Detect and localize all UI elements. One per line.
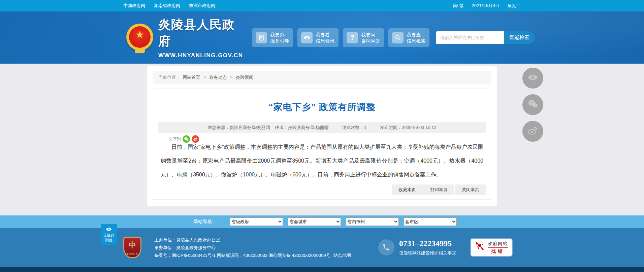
accessibility-label-line2: 浏览 [105, 238, 112, 242]
btn-line2: 信息资讯 [316, 38, 334, 43]
organizer-line: 主办单位：炎陵县人民政府办公室 [154, 236, 351, 244]
meta-author: 炎陵县商务局/杨丽晴 [288, 125, 329, 130]
site-name: 炎陵县人民政府 [158, 16, 243, 49]
contact-phone-note: 仅受理网站建设维护相关事宜 [399, 250, 456, 256]
btn-line1: 我要问 [361, 32, 375, 37]
bookmark-page-button[interactable]: 收藏本页 [392, 184, 423, 195]
wechat-share-button[interactable] [522, 94, 543, 115]
breadcrumb-home[interactable]: 网站首页 [183, 75, 200, 80]
share-row: 分享到 [169, 135, 491, 143]
close-page-button[interactable]: 关闭本页 [455, 184, 486, 195]
meta-views-label: 浏览次数： [342, 125, 364, 130]
breadcrumb: 当前位置： 网站首页 > 政务动态 > 炎陵新闻 [153, 71, 491, 84]
article-card: “家电下乡” 政策有所调整 信息来源：炎陵县商务局/杨丽晴 作者：炎陵县商务局/… [153, 89, 491, 200]
article-meta-bar: 信息来源：炎陵县商务局/杨丽晴 作者：炎陵县商务局/杨丽晴 浏览次数：1 发布时… [158, 122, 486, 133]
phone-icon [378, 239, 394, 256]
meta-author-label: 作者： [275, 125, 288, 130]
search-icon [392, 32, 404, 43]
error-badge-divider [488, 247, 508, 248]
agency-badge-label: 党政机关 [126, 252, 138, 256]
breadcrumb-page[interactable]: 炎陵新闻 [236, 75, 253, 80]
quick-service-buttons: 我要办 服务引导 我要看 信息资讯 ? 我要问 咨询问答 [252, 28, 429, 47]
breadcrumb-separator: > [230, 75, 233, 80]
error-magnifier-icon [475, 241, 485, 254]
breadcrumb-section[interactable]: 政务动态 [209, 75, 227, 80]
btn-service-guide[interactable]: 我要办 服务引导 [252, 28, 293, 47]
footer-contact: 0731–22234995 仅受理网站建设维护相关事宜 [378, 239, 456, 256]
search-input[interactable] [436, 31, 504, 44]
contact-phone: 0731–22234995 [399, 239, 456, 248]
article-actions: 收藏本页 打印本页 关闭本页 [392, 184, 486, 195]
organizer-value: 炎陵县人民政府办公室 [176, 237, 220, 242]
accessibility-eye-button[interactable] [522, 68, 543, 89]
bottom-strip [0, 267, 644, 272]
gov-site-error-report-badge[interactable]: 政府网站 找错 [471, 239, 512, 256]
error-badge-line1: 政府网站 [488, 241, 508, 247]
link-china-gov[interactable]: 中国政府网 [123, 3, 145, 9]
site-header: ★ 炎陵县人民政府 WWW.HNYANLING.GOV.CN 我要办 服务引导 [0, 11, 644, 64]
meta-views: 1 [364, 125, 366, 130]
accessibility-label-line1: 无障碍 [103, 233, 115, 238]
breadcrumb-separator: > [203, 75, 206, 80]
article-body: 日前，国家“家电下乡”政策调整，本次调整的主要内容是：产品范围从原有的四大类扩展… [161, 140, 483, 181]
floating-toolbar [522, 68, 543, 142]
link-hunan-gov[interactable]: 湖南省政府网 [154, 3, 180, 9]
select-province-cities[interactable]: 省内市州 [346, 217, 399, 226]
select-capital-cities[interactable]: 省会城市 [288, 217, 341, 226]
meta-publish-time: 2009-06-03 15:12 [402, 125, 437, 130]
undertaker-label: 承办单位： [154, 245, 176, 250]
site-url: WWW.HNYANLING.GOV.CN [158, 52, 243, 59]
error-badge-line2: 找错 [491, 248, 505, 254]
organizer-label: 主办单位： [154, 237, 176, 242]
select-provincial-gov[interactable]: 省级政府 [230, 217, 283, 226]
breadcrumb-label: 当前位置： [158, 75, 180, 80]
filing-line: 备案号：湘ICP备05003421号-1 网站标识码：4302250033 湘公… [154, 251, 351, 259]
meta-source-label: 信息来源： [207, 125, 229, 130]
share-label: 分享到 [169, 136, 181, 142]
site-nav-label: 网站导航： [193, 219, 217, 225]
print-page-button[interactable]: 打印本页 [423, 184, 454, 195]
question-icon: ? [347, 32, 358, 43]
site-nav-bar: 网站导航： 省级政府 省会城市 省内市州 县市区 [0, 215, 644, 228]
site-search: 智能检索 [436, 31, 535, 44]
btn-search-info[interactable]: 我要查 信息检索 [388, 28, 429, 47]
select-counties[interactable]: 县市区 [404, 217, 457, 226]
btn-info-news[interactable]: 我要看 信息资讯 [297, 28, 339, 47]
undertaker-value: 炎陵县政务服务中心 [176, 245, 216, 250]
content-wrapper: 当前位置： 网站首页 > 政务动态 > 炎陵新闻 “家电下乡” 政策有所调整 信… [147, 66, 497, 206]
btn-line2: 咨询问答 [361, 38, 380, 43]
top-gov-links: 中国政府网 湖南省政府网 株洲市政府网 [123, 3, 215, 9]
party-gov-agency-badge[interactable]: 中 党政机关 [123, 237, 141, 258]
footer-info: 主办单位：炎陵县人民政府办公室 承办单位：炎陵县政务服务中心 备案号：湘ICP备… [154, 236, 351, 259]
link-zhuzhou-gov[interactable]: 株洲市政府网 [189, 3, 215, 9]
btn-line1: 我要办 [270, 32, 284, 37]
site-brand[interactable]: ★ 炎陵县人民政府 WWW.HNYANLING.GOV.CN [126, 16, 243, 59]
weibo-share-icon[interactable] [192, 135, 199, 143]
eye-icon [106, 227, 112, 233]
filing-label: 备案号： [154, 253, 172, 258]
filing-value: 湘ICP备05003421号-1 网站标识码：4302250033 湘公网安备 … [172, 253, 330, 258]
top-bar: 中国政府网 湖南省政府网 株洲市政府网 简/ 繁 2021年5月4日 星期二 [0, 0, 644, 11]
current-date: 2021年5月4日 [472, 3, 500, 9]
shield-glyph: 中 [129, 240, 136, 250]
wechat-icon [527, 99, 538, 111]
meta-source: 炎陵县商务局/杨丽晴 [229, 125, 270, 130]
article-title: “家电下乡” 政策有所调整 [153, 101, 491, 113]
btn-line2: 信息检索 [407, 38, 425, 43]
current-weekday: 星期二 [508, 3, 521, 9]
weibo-share-button[interactable] [522, 121, 543, 142]
document-icon [256, 32, 267, 43]
sitemap-link[interactable]: 站点地图 [333, 253, 351, 258]
accessibility-browse-badge[interactable]: 无障碍 浏览 [101, 224, 117, 245]
smart-search-button[interactable]: 智能检索 [504, 31, 535, 44]
weibo-icon [527, 125, 538, 137]
btn-line1: 我要看 [316, 32, 330, 37]
national-emblem-logo: ★ [126, 22, 154, 53]
eye-icon [527, 72, 539, 84]
btn-qa[interactable]: ? 我要问 咨询问答 [343, 28, 384, 47]
lang-toggle[interactable]: 简/ 繁 [452, 3, 463, 9]
btn-line2: 服务引导 [270, 38, 289, 43]
main-area: 当前位置： 网站首页 > 政务动态 > 炎陵新闻 “家电下乡” 政策有所调整 信… [0, 64, 644, 215]
eye-icon [301, 32, 313, 43]
wechat-share-icon[interactable] [183, 135, 190, 143]
